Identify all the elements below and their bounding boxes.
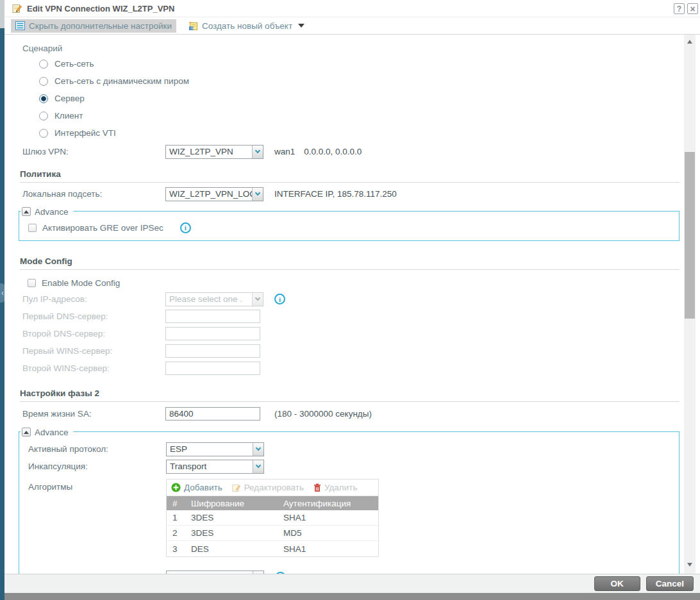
delete-button: Удалить	[313, 483, 358, 492]
policy-advance-box: Advance Активировать GRE over IPSec i	[19, 211, 679, 241]
vpn-gateway-info: wan10.0.0.0, 0.0.0.0	[274, 147, 362, 156]
table-row[interactable]: 3 DES SHA1	[167, 541, 378, 556]
combo-arrow-icon[interactable]	[252, 188, 263, 201]
list-icon	[15, 21, 25, 30]
combo-arrow-icon[interactable]	[252, 146, 263, 158]
radio-icon[interactable]	[39, 60, 48, 69]
gre-over-ipsec-checkbox[interactable]	[28, 224, 37, 232]
scenario-option-vti[interactable]: Интерфейс VTI	[39, 124, 679, 142]
trash-icon	[313, 483, 321, 492]
ip-pool-label: Пул IP-адресов:	[22, 294, 165, 304]
pfs-select[interactable]: none	[166, 571, 264, 574]
edit-icon	[232, 483, 241, 492]
collapse-advance-button[interactable]	[22, 428, 31, 437]
algorithms-label: Алгоритмы	[28, 479, 166, 492]
window-bottom-strip	[4, 593, 700, 600]
combo-arrow-icon[interactable]	[253, 443, 263, 456]
dialog-toolbar: Скрыть дополнительные настройки UE Созда…	[4, 17, 700, 35]
scenario-option-client[interactable]: Клиент	[39, 107, 679, 124]
encapsulation-select[interactable]: Transport	[166, 460, 264, 474]
info-icon[interactable]: i	[274, 294, 285, 304]
sa-lifetime-label: Время жизни SA:	[22, 409, 165, 419]
dialog-title: Edit VPN Connection WIZ_L2TP_VPN	[27, 4, 174, 13]
add-button[interactable]: Добавить	[171, 483, 222, 492]
hide-advanced-settings-button[interactable]: Скрыть дополнительные настройки	[11, 19, 176, 33]
section-phase2: Настройки фазы 2	[20, 388, 679, 402]
dialog-footer: OK Cancel	[4, 574, 700, 593]
collapse-advance-button[interactable]	[22, 207, 31, 216]
combo-arrow-icon[interactable]	[253, 460, 263, 473]
vpn-gateway-select[interactable]: WIZ_L2TP_VPN	[165, 145, 263, 159]
second-dns-label: Второй DNS-сервер:	[22, 329, 165, 338]
scrollbar-thumb[interactable]	[685, 152, 695, 319]
section-policy: Политика	[20, 169, 679, 183]
chevron-down-icon	[298, 24, 304, 28]
ip-pool-select: Please select one .	[165, 292, 263, 306]
first-wins-label: Первый WINS-сервер:	[22, 346, 165, 356]
algorithms-actions: Добавить Редактировать	[167, 479, 378, 496]
scroll-down-icon[interactable]	[684, 559, 696, 570]
help-button[interactable]: ?	[674, 3, 685, 14]
scenario-option-site-to-site[interactable]: Сеть-сеть	[39, 55, 679, 72]
svg-text:UE: UE	[190, 27, 194, 30]
pfs-label: PFS:	[28, 572, 166, 574]
vpn-gateway-label: Шлюз VPN:	[22, 147, 165, 156]
second-wins-input	[165, 362, 260, 375]
radio-label: Клиент	[54, 111, 83, 121]
info-icon[interactable]: i	[275, 572, 286, 574]
section-mode-config: Mode Config	[20, 256, 679, 270]
local-subnet-select[interactable]: WIZ_L2TP_VPN_LOC	[165, 187, 263, 201]
radio-label: Сеть-сеть с динамическим пиром	[54, 76, 189, 86]
radio-icon[interactable]	[39, 129, 48, 138]
advance-label: Advance	[35, 207, 69, 217]
scenario-group-label: Сценарий	[22, 44, 679, 55]
vertical-scrollbar[interactable]	[684, 35, 696, 574]
radio-label: Сервер	[54, 94, 85, 103]
scenario-option-site-to-site-dynamic[interactable]: Сеть-сеть с динамическим пиром	[39, 72, 679, 90]
radio-icon[interactable]	[39, 77, 48, 86]
active-protocol-select[interactable]: ESP	[166, 442, 264, 456]
info-icon[interactable]: i	[180, 222, 191, 233]
radio-icon-selected[interactable]	[39, 94, 48, 103]
dialog-titlebar: Edit VPN Connection WIZ_L2TP_VPN ? ×	[4, 0, 700, 17]
hide-advanced-settings-label: Скрыть дополнительные настройки	[29, 21, 172, 31]
edit-vpn-connection-dialog: Edit VPN Connection WIZ_L2TP_VPN ? × Скр…	[4, 0, 700, 593]
table-row[interactable]: 2 3DES MD5	[167, 526, 378, 541]
algorithms-table: Добавить Редактировать	[166, 479, 379, 557]
scenario-option-server[interactable]: Сервер	[39, 90, 679, 107]
edit-icon	[12, 3, 22, 13]
advance-label: Advance	[35, 428, 69, 437]
algorithms-header-row: # Шифрование Аутентификация	[167, 496, 378, 510]
combo-arrow-icon	[252, 293, 263, 306]
sa-lifetime-input[interactable]	[165, 407, 260, 421]
radio-label: Сеть-сеть	[54, 59, 94, 69]
radio-icon[interactable]	[39, 112, 48, 121]
local-subnet-label: Локальная подсеть:	[22, 189, 165, 199]
edit-button: Редактировать	[232, 483, 304, 492]
phase2-advance-box: Advance Активный протокол: ESP Инкапсуля…	[19, 431, 679, 574]
page-edge-sliver	[0, 0, 4, 28]
create-new-object-label: Создать новый объект	[202, 21, 292, 31]
dialog-body: Сценарий Сеть-сеть Сеть-сеть с динамичес…	[4, 35, 700, 574]
close-icon[interactable]: ×	[687, 3, 698, 14]
gre-over-ipsec-label: Активировать GRE over IPSec	[42, 223, 163, 233]
scroll-up-icon[interactable]	[684, 36, 696, 47]
form-content: Сценарий Сеть-сеть Сеть-сеть с динамичес…	[4, 35, 700, 574]
active-protocol-label: Активный протокол:	[28, 444, 166, 454]
sa-lifetime-hint: (180 - 3000000 секунды)	[274, 409, 372, 419]
cancel-button[interactable]: Cancel	[646, 576, 694, 591]
ok-button[interactable]: OK	[594, 576, 640, 591]
enable-mode-config-label: Enable Mode Config	[42, 278, 120, 288]
enable-mode-config-checkbox[interactable]	[28, 279, 36, 287]
create-new-object-button[interactable]: UE Создать новый объект	[184, 19, 309, 33]
second-wins-label: Второй WINS-сервер:	[22, 363, 165, 373]
table-row[interactable]: 1 3DES SHA1	[167, 510, 378, 526]
add-icon	[171, 483, 181, 492]
encapsulation-label: Инкапсуляция:	[28, 462, 166, 471]
radio-label: Интерфейс VTI	[54, 128, 116, 138]
new-object-icon: UE	[188, 21, 198, 31]
combo-arrow-icon[interactable]	[253, 571, 263, 574]
first-dns-label: Первый DNS-сервер:	[22, 312, 165, 321]
first-wins-input	[165, 344, 260, 358]
first-dns-input	[165, 310, 260, 323]
